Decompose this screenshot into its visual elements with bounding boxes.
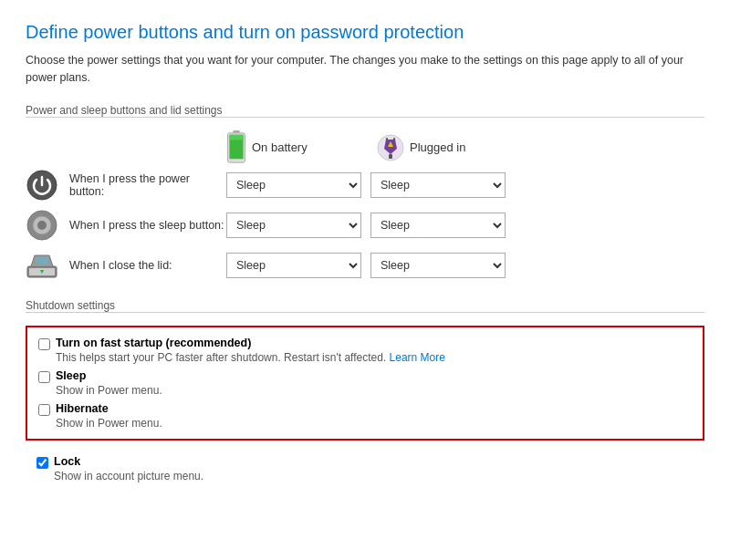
power-button-label: When I press the power button: bbox=[69, 172, 226, 198]
on-battery-label: On battery bbox=[252, 140, 308, 154]
fast-startup-checkbox[interactable] bbox=[38, 338, 50, 350]
power-button-dropdowns: Do nothing Sleep Hibernate Shut down Tur… bbox=[226, 172, 506, 198]
plugged-in-header: Plugged in bbox=[377, 130, 518, 165]
shutdown-section: Shutdown settings Turn on fast startup (… bbox=[26, 298, 704, 490]
sleep-button-label: When I press the sleep button: bbox=[69, 219, 226, 232]
sleep-button-plugged-in-select[interactable]: Do nothing Sleep Hibernate Shut down Tur… bbox=[370, 213, 506, 238]
sleep-shutdown-checkbox[interactable] bbox=[38, 371, 50, 383]
battery-icon bbox=[226, 130, 246, 165]
svg-rect-6 bbox=[389, 154, 392, 159]
sleep-shutdown-row: Sleep bbox=[38, 369, 692, 383]
sleep-button-on-battery-select[interactable]: Do nothing Sleep Hibernate Shut down Tur… bbox=[226, 213, 361, 238]
plugged-in-label: Plugged in bbox=[410, 140, 465, 154]
section-divider-2 bbox=[26, 312, 704, 313]
on-battery-header: On battery bbox=[226, 130, 368, 165]
svg-point-13 bbox=[37, 221, 47, 230]
power-button-row: When I press the power button: Do nothin… bbox=[26, 169, 704, 202]
lid-row: When I close the lid: Do nothing Sleep H… bbox=[26, 249, 704, 282]
fast-startup-item: Turn on fast startup (recommended) This … bbox=[38, 337, 692, 364]
sleep-button-icon bbox=[26, 209, 58, 242]
power-button-on-battery-select[interactable]: Do nothing Sleep Hibernate Shut down Tur… bbox=[226, 172, 361, 198]
lid-label: When I close the lid: bbox=[69, 259, 226, 272]
lid-icon bbox=[26, 249, 58, 282]
page-title: Define power buttons and turn on passwor… bbox=[26, 22, 704, 43]
sleep-icon-svg bbox=[26, 210, 57, 241]
lock-section: Lock Show in account picture menu. bbox=[26, 448, 704, 490]
page-description: Choose the power settings that you want … bbox=[26, 52, 704, 87]
sleep-button-dropdowns: Do nothing Sleep Hibernate Shut down Tur… bbox=[226, 213, 506, 238]
hibernate-sublabel: Show in Power menu. bbox=[56, 417, 692, 430]
hibernate-row: Hibernate bbox=[38, 402, 692, 416]
lock-checkbox[interactable] bbox=[36, 457, 48, 469]
sleep-shutdown-sublabel: Show in Power menu. bbox=[56, 384, 692, 397]
svg-rect-8 bbox=[393, 138, 395, 141]
shutdown-box: Turn on fast startup (recommended) This … bbox=[26, 326, 704, 441]
hibernate-checkbox[interactable] bbox=[38, 404, 50, 416]
lid-plugged-in-select[interactable]: Do nothing Sleep Hibernate Shut down Tur… bbox=[370, 253, 506, 278]
column-headers: On battery Plugged in bbox=[226, 130, 704, 165]
fast-startup-sublabel: This helps start your PC faster after sh… bbox=[56, 351, 692, 364]
lock-sublabel: Show in account picture menu. bbox=[54, 470, 694, 482]
shutdown-section-title: Shutdown settings bbox=[26, 299, 115, 312]
svg-rect-3 bbox=[229, 134, 243, 140]
sleep-button-row: When I press the sleep button: Do nothin… bbox=[26, 209, 704, 242]
plug-icon bbox=[377, 134, 404, 161]
learn-more-link[interactable]: Learn More bbox=[390, 351, 445, 364]
lid-dropdowns: Do nothing Sleep Hibernate Shut down Tur… bbox=[226, 253, 506, 278]
buttons-section-title: Power and sleep buttons and lid settings bbox=[26, 104, 222, 117]
lock-label[interactable]: Lock bbox=[54, 455, 80, 468]
fast-startup-row: Turn on fast startup (recommended) bbox=[38, 337, 692, 350]
fast-startup-label[interactable]: Turn on fast startup (recommended) bbox=[56, 337, 251, 349]
section-divider-1 bbox=[26, 117, 704, 118]
power-icon-svg bbox=[26, 170, 57, 201]
lid-on-battery-select[interactable]: Do nothing Sleep Hibernate Shut down Tur… bbox=[226, 253, 361, 278]
sleep-shutdown-label[interactable]: Sleep bbox=[56, 369, 86, 382]
svg-rect-7 bbox=[386, 138, 388, 141]
sleep-shutdown-item: Sleep Show in Power menu. bbox=[38, 369, 692, 397]
hibernate-item: Hibernate Show in Power menu. bbox=[38, 402, 692, 430]
lock-row: Lock bbox=[36, 455, 694, 469]
power-button-icon bbox=[26, 169, 58, 202]
hibernate-label[interactable]: Hibernate bbox=[56, 402, 109, 415]
buttons-section: Power and sleep buttons and lid settings… bbox=[26, 103, 704, 282]
lid-icon-svg bbox=[26, 250, 58, 281]
power-button-plugged-in-select[interactable]: Do nothing Sleep Hibernate Shut down Tur… bbox=[370, 172, 506, 198]
svg-rect-16 bbox=[36, 257, 48, 264]
